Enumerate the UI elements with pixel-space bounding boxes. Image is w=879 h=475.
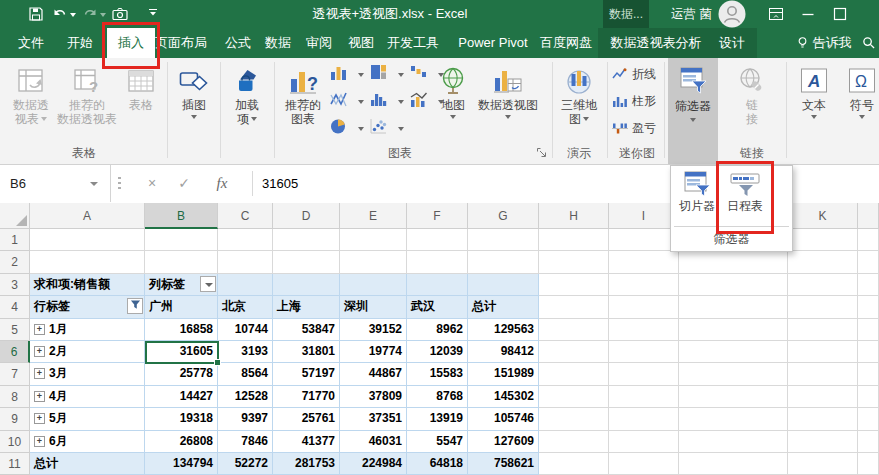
- cell-B8[interactable]: 14427: [145, 386, 218, 408]
- sparkline-column-button[interactable]: 柱形: [612, 91, 656, 111]
- cell-K9[interactable]: [788, 408, 858, 430]
- row-labels-filter-icon[interactable]: [127, 298, 143, 314]
- cell-x10[interactable]: [858, 431, 879, 453]
- cell-J6[interactable]: [679, 341, 788, 363]
- cell-B6[interactable]: 31605: [145, 341, 218, 363]
- redo-icon[interactable]: [82, 6, 98, 22]
- cell-H7[interactable]: [539, 363, 609, 385]
- cell-J10[interactable]: [679, 431, 788, 453]
- column-header-A[interactable]: A: [30, 203, 145, 229]
- recommended-pivottables-button[interactable]: ? 推荐的 数据透视表: [56, 60, 118, 158]
- cell-B5[interactable]: 16858: [145, 319, 218, 341]
- cell-G2[interactable]: [468, 251, 539, 273]
- tab-formulas[interactable]: 公式: [218, 28, 258, 58]
- cell-G8[interactable]: 145302: [468, 386, 539, 408]
- cell-A11[interactable]: 总计: [30, 453, 145, 475]
- cell-D7[interactable]: 57197: [273, 363, 340, 385]
- ribbon-display-options-icon[interactable]: [768, 6, 784, 22]
- cell-x7[interactable]: [858, 363, 879, 385]
- timeline-menu-item[interactable]: 日程表: [722, 169, 768, 219]
- cell-J7[interactable]: [679, 363, 788, 385]
- tab-data[interactable]: 数据: [258, 28, 298, 58]
- column-chart-button[interactable]: [330, 64, 366, 88]
- cell-G1[interactable]: [468, 229, 539, 251]
- addins-button[interactable]: 加载 项: [226, 60, 268, 158]
- undo-dropdown-icon[interactable]: [70, 13, 76, 17]
- column-header-H[interactable]: H: [539, 203, 609, 229]
- cell-E3[interactable]: [340, 274, 407, 296]
- cell-x9[interactable]: [858, 408, 879, 430]
- expand-icon[interactable]: +: [34, 413, 45, 424]
- slicer-menu-item[interactable]: 切片器: [674, 169, 720, 219]
- pie-chart-button[interactable]: [330, 118, 366, 142]
- formula-input[interactable]: 31605: [262, 165, 298, 202]
- cell-x5[interactable]: [858, 319, 879, 341]
- cell-F2[interactable]: [407, 251, 468, 273]
- cell-E10[interactable]: 46031: [340, 431, 407, 453]
- hierarchy-chart-button[interactable]: [370, 64, 406, 88]
- cell-K3[interactable]: [788, 274, 858, 296]
- cell-J4[interactable]: [679, 296, 788, 318]
- cell-A8[interactable]: +4月: [30, 386, 145, 408]
- cell-x8[interactable]: [858, 386, 879, 408]
- table-button[interactable]: 表格: [120, 60, 162, 158]
- cell-J5[interactable]: [679, 319, 788, 341]
- cell-A2[interactable]: [30, 251, 145, 273]
- recommended-charts-button[interactable]: ? 推荐的 图表: [280, 60, 326, 158]
- cell-H2[interactable]: [539, 251, 609, 273]
- cell-C8[interactable]: 12528: [218, 386, 273, 408]
- expand-icon[interactable]: +: [34, 346, 45, 357]
- cell-E4[interactable]: 深圳: [340, 296, 407, 318]
- row-header-1[interactable]: 1: [0, 229, 30, 251]
- cell-A1[interactable]: [30, 229, 145, 251]
- cell-D11[interactable]: 281753: [273, 453, 340, 475]
- cell-B1[interactable]: [145, 229, 218, 251]
- cell-J2[interactable]: [679, 251, 788, 273]
- row-header-5[interactable]: 5: [0, 319, 30, 341]
- cell-H10[interactable]: [539, 431, 609, 453]
- search-icon[interactable]: [862, 36, 878, 52]
- cell-G3[interactable]: [468, 274, 539, 296]
- cell-G9[interactable]: 105746: [468, 408, 539, 430]
- undo-icon[interactable]: [52, 6, 68, 22]
- cell-H5[interactable]: [539, 319, 609, 341]
- name-box[interactable]: B6: [0, 165, 111, 202]
- tab-page-layout[interactable]: 页面布局: [155, 28, 203, 58]
- cell-E2[interactable]: [340, 251, 407, 273]
- cell-K8[interactable]: [788, 386, 858, 408]
- cell-D9[interactable]: 25761: [273, 408, 340, 430]
- cell-H3[interactable]: [539, 274, 609, 296]
- cell-B4[interactable]: 广州: [145, 296, 218, 318]
- column-labels-dropdown-icon[interactable]: [200, 276, 216, 292]
- cell-J11[interactable]: [679, 453, 788, 475]
- cell-F8[interactable]: 8768: [407, 386, 468, 408]
- cell-K2[interactable]: [788, 251, 858, 273]
- cell-K7[interactable]: [788, 363, 858, 385]
- row-header-4[interactable]: 4: [0, 296, 30, 318]
- redo-dropdown-icon[interactable]: [100, 13, 106, 17]
- cell-B2[interactable]: [145, 251, 218, 273]
- cell-x4[interactable]: [858, 296, 879, 318]
- cell-K5[interactable]: [788, 319, 858, 341]
- line-chart-button[interactable]: [330, 91, 366, 115]
- tab-pivottable-analyze[interactable]: 数据透视表分析: [608, 28, 704, 58]
- cell-I10[interactable]: [609, 431, 679, 453]
- cell-F5[interactable]: 8962: [407, 319, 468, 341]
- cell-C6[interactable]: 3193: [218, 341, 273, 363]
- cell-D1[interactable]: [273, 229, 340, 251]
- cell-E1[interactable]: [340, 229, 407, 251]
- sparkline-line-button[interactable]: 折线: [612, 64, 656, 84]
- cell-E11[interactable]: 224984: [340, 453, 407, 475]
- column-header-G[interactable]: G: [468, 203, 539, 229]
- tab-home[interactable]: 开始: [60, 28, 100, 58]
- tab-baidu-netdisk[interactable]: 百度网盘: [540, 28, 592, 58]
- cell-B10[interactable]: 26808: [145, 431, 218, 453]
- select-all-corner[interactable]: [0, 203, 30, 229]
- cell-E9[interactable]: 37351: [340, 408, 407, 430]
- tab-file[interactable]: 文件: [10, 28, 52, 58]
- tab-power-pivot[interactable]: Power Pivot: [452, 28, 534, 58]
- tell-me-box[interactable]: 告诉我: [796, 28, 852, 58]
- cell-C7[interactable]: 8564: [218, 363, 273, 385]
- charts-dialog-launcher-icon[interactable]: [536, 147, 548, 159]
- expand-icon[interactable]: +: [34, 324, 45, 335]
